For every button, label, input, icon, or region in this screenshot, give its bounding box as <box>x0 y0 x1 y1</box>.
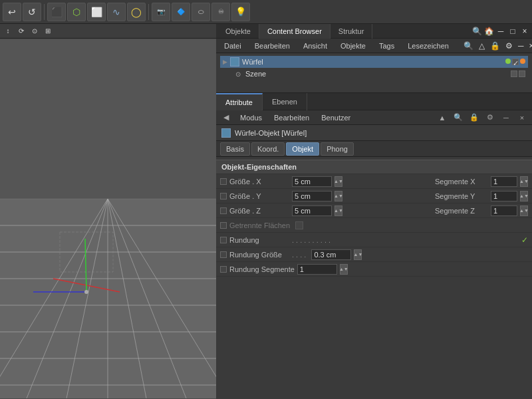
panel-min-icon[interactable]: ─ <box>518 40 524 52</box>
obj-dot-green[interactable] <box>505 59 511 64</box>
menu-tags[interactable]: Tags <box>375 41 398 51</box>
prop-cb-getrennte[interactable] <box>220 222 227 229</box>
prop-input-groesse-x[interactable] <box>292 176 332 187</box>
menu-lesezeichen[interactable]: Lesezeichen <box>404 41 453 51</box>
toolbar-light[interactable]: ◯ <box>127 3 146 21</box>
prop-input-seg-y[interactable] <box>491 191 517 201</box>
prop-cb-rundung-groesse[interactable] <box>220 251 227 258</box>
prop-label-groesse-z: Größe . Z <box>229 207 289 215</box>
toolbar-bulb[interactable]: 💡 <box>231 3 250 21</box>
attr-lock-icon[interactable]: 🔒 <box>468 112 480 124</box>
obj-item-wuerfel[interactable]: ▶ Würfel ✓ <box>220 56 528 68</box>
prop-cb-groesse-z[interactable] <box>220 207 227 214</box>
tab-ebenen[interactable]: Ebenen <box>263 93 307 110</box>
prop-spinner-seg-z[interactable]: ▲▼ <box>520 205 528 216</box>
toolbar-undo[interactable]: ↩ <box>3 3 21 21</box>
obj-dot-orange[interactable] <box>520 59 525 64</box>
attr-menu-modus[interactable]: Modus <box>236 112 266 123</box>
attr-gear-icon[interactable]: ⚙ <box>484 112 496 124</box>
prop-spinner-seg-x[interactable]: ▲▼ <box>520 176 528 187</box>
attr-menu-benutzer[interactable]: Benutzer <box>317 112 354 123</box>
sub-tabs: Basis Koord. Objekt Phong <box>216 141 532 157</box>
sub-tab-koord[interactable]: Koord. <box>251 142 285 156</box>
prop-input-rundung-seg[interactable] <box>297 264 337 275</box>
attr-close-icon[interactable]: × <box>516 112 528 124</box>
menu-objekte[interactable]: Objekte <box>336 41 370 51</box>
maximize-icon[interactable]: □ <box>507 25 519 37</box>
prop-spinner-seg-y[interactable]: ▲▼ <box>520 191 528 201</box>
menu-bearbeiten[interactable]: Bearbeiten <box>251 41 294 51</box>
obj-cb-1[interactable]: ✓ <box>512 59 519 65</box>
obj-item-szene[interactable]: ⊙ Szene <box>220 68 528 80</box>
attr-min-icon[interactable]: ─ <box>500 112 512 124</box>
panel-lock-icon[interactable]: 🔒 <box>490 40 500 52</box>
vp-icon-arrows2[interactable]: ⟳ <box>16 26 27 37</box>
tab-objekte[interactable]: Objekte <box>217 24 259 39</box>
prop-cb-rundung-seg[interactable] <box>220 266 227 273</box>
properties-panel: Objekt-Eigenschaften Größe . X ▲▼ Segmen… <box>216 157 532 399</box>
toolbar-spline[interactable]: ∿ <box>107 3 126 21</box>
prop-row-getrennte: Getrennte Flächen <box>216 218 532 233</box>
panel-close-icon[interactable]: × <box>529 40 532 52</box>
panel-settings-icon[interactable]: ⚙ <box>505 40 513 52</box>
toolbar-extra2[interactable]: ♾ <box>211 3 230 21</box>
attr-arrow-icon[interactable]: ▲ <box>436 112 448 124</box>
prop-input-seg-z[interactable] <box>491 205 517 216</box>
toolbar-cube[interactable]: ⬛ <box>47 3 66 21</box>
obj-cb-2[interactable] <box>511 70 517 77</box>
prop-cb-rundung[interactable] <box>220 237 227 243</box>
prop-spinner-rundung-seg[interactable]: ▲▼ <box>340 264 348 275</box>
vp-icon-grid[interactable]: ⊞ <box>43 26 53 37</box>
prop-input-groesse-z[interactable] <box>292 205 332 216</box>
panel-menu-bar: Datei Bearbeiten Ansicht Objekte Tags Le… <box>216 39 532 53</box>
tab-struktur[interactable]: Struktur <box>331 24 373 39</box>
prop-row-rundung: Rundung . . . . . . . . . . ✓ <box>216 233 532 247</box>
menu-ansicht[interactable]: Ansicht <box>299 41 331 51</box>
prop-getrennte-checkbox[interactable] <box>295 221 303 229</box>
prop-spinner-groesse-z[interactable]: ▲▼ <box>334 205 342 216</box>
toolbar-sphere[interactable]: ⬡ <box>67 3 86 21</box>
obj-cb-3[interactable] <box>519 70 525 77</box>
toolbar-poly[interactable]: ⬜ <box>87 3 106 21</box>
sub-tab-objekt[interactable]: Objekt <box>286 142 319 156</box>
attr-search-icon[interactable]: 🔍 <box>452 112 464 124</box>
search-objects-icon[interactable]: 🔍 <box>464 40 473 52</box>
sub-tab-phong[interactable]: Phong <box>321 142 354 156</box>
toolbar-extra1[interactable]: ⬭ <box>192 3 210 21</box>
prop-input-rundung-groesse[interactable] <box>311 249 351 260</box>
search-icon[interactable]: 🔍 <box>471 25 483 37</box>
sub-tab-basis[interactable]: Basis <box>220 142 250 156</box>
vp-icon-arrows[interactable]: ↕ <box>3 26 13 37</box>
prop-input-seg-x[interactable] <box>491 176 517 187</box>
main-layout: ↕ ⟳ ⊙ ⊞ <box>0 24 532 399</box>
vp-icon-circle[interactable]: ⊙ <box>29 26 40 37</box>
attr-back-icon[interactable]: ◀ <box>220 112 232 124</box>
close-icon[interactable]: × <box>519 25 531 37</box>
toolbar-material[interactable]: 🔷 <box>172 3 190 21</box>
minimize-icon[interactable]: ─ <box>495 25 507 37</box>
prop-spinner-groesse-x[interactable]: ▲▼ <box>334 176 342 187</box>
prop-row-groesse-z: Größe . Z ▲▼ Segmente Z ▲▼ <box>216 203 532 218</box>
home-icon[interactable]: 🏠 <box>483 25 495 37</box>
prop-cb-groesse-y[interactable] <box>220 193 227 200</box>
toolbar-redo[interactable]: ↺ <box>23 3 41 21</box>
prop-label-rundung: Rundung <box>229 236 289 244</box>
panel-home-icon[interactable]: △ <box>479 40 485 52</box>
viewport-grid <box>0 39 216 399</box>
viewport: ↕ ⟳ ⊙ ⊞ <box>0 24 216 399</box>
prop-spinner-groesse-y[interactable]: ▲▼ <box>334 191 342 201</box>
prop-label-groesse-y: Größe . Y <box>229 192 289 200</box>
toolbar-sep-2 <box>148 4 149 20</box>
attr-menu-bearbeiten[interactable]: Bearbeiten <box>270 112 313 123</box>
toolbar-camera[interactable]: 📷 <box>152 3 170 21</box>
menu-datei[interactable]: Datei <box>220 41 245 51</box>
tab-attribute[interactable]: Attribute <box>216 93 263 110</box>
attr-tabs: Attribute Ebenen <box>216 93 532 110</box>
svg-rect-1 <box>0 199 216 398</box>
tab-content-browser[interactable]: Content Browser <box>259 24 331 39</box>
prop-cb-groesse-x[interactable] <box>220 178 227 185</box>
top-toolbar: ↩ ↺ ⬛ ⬡ ⬜ ∿ ◯ 📷 🔷 ⬭ ♾ 💡 <box>0 0 532 24</box>
prop-spinner-rundung-groesse[interactable]: ▲▼ <box>354 249 362 260</box>
viewport-canvas <box>0 39 216 399</box>
prop-input-groesse-y[interactable] <box>292 191 332 201</box>
